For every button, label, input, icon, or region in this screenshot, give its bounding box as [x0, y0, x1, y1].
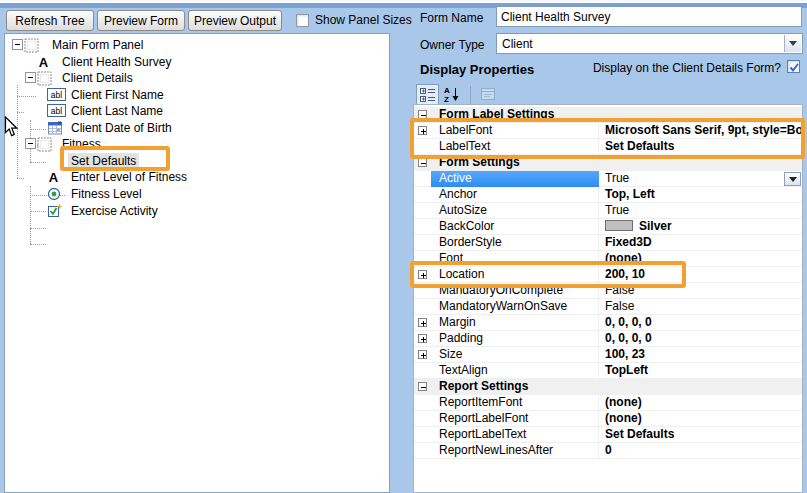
tree-item-exercise-activity[interactable]: Exercise Activity [5, 203, 389, 219]
property-value: Silver [599, 219, 802, 235]
category-row-form-label-settings[interactable]: Form Label Settings [414, 107, 802, 123]
property-value: Fixed3D [599, 235, 802, 251]
property-row-reportitemfont[interactable]: ReportItemFont(none) [414, 395, 802, 411]
property-row-borderstyle[interactable]: BorderStyleFixed3D [414, 235, 802, 251]
property-name: MandatoryWarnOnSave [431, 299, 599, 315]
property-row-textalign[interactable]: TextAlignTopLeft [414, 363, 802, 379]
tree-expand-minus-icon[interactable] [25, 138, 36, 149]
owner-type-select[interactable]: Client [496, 33, 803, 54]
categorized-icon [417, 85, 438, 105]
tree-item-client-first-name[interactable]: ablClient First Name [5, 87, 389, 103]
show-panel-sizes-checkbox[interactable] [296, 14, 309, 27]
tree-item-label: Client Health Survey [62, 54, 171, 70]
tree-item-label: Client Last Name [71, 103, 163, 119]
expand-plus-icon[interactable] [418, 126, 427, 135]
owner-type-value: Client [502, 36, 533, 52]
property-row-reportnewlinesafter[interactable]: ReportNewLinesAfter0 [414, 443, 802, 459]
tree-item-set-defaults[interactable]: Set Defaults [5, 153, 389, 169]
property-value: 0, 0, 0, 0 [599, 331, 802, 347]
label-icon: A [47, 170, 60, 186]
property-value: True [599, 171, 802, 187]
tree-item-client-last-name[interactable]: ablClient Last Name [5, 103, 389, 119]
tree-expand-minus-icon[interactable] [12, 39, 23, 50]
property-row-autosize[interactable]: AutoSizeTrue [414, 203, 802, 219]
form-name-input[interactable] [496, 6, 802, 27]
property-value: (none) [599, 251, 802, 267]
category-row-report-settings[interactable]: Report Settings [414, 379, 802, 395]
property-row-labeltext[interactable]: LabelTextSet Defaults [414, 139, 802, 155]
svg-text:A: A [444, 86, 450, 95]
toolbar-separator [470, 86, 471, 104]
preview-output-button[interactable]: Preview Output [188, 10, 282, 31]
property-row-mandatoryoncomplete[interactable]: MandatoryOnCompleteFalse [414, 283, 802, 299]
form-designer-window: Refresh Tree Preview Form Preview Output… [0, 0, 807, 493]
tree-item-client-health-survey[interactable]: AClient Health Survey [5, 54, 389, 70]
property-name: Anchor [431, 187, 599, 203]
tree-item-label: Fitness Level [71, 186, 142, 202]
property-row-padding[interactable]: Padding0, 0, 0, 0 [414, 331, 802, 347]
property-pages-button [477, 84, 500, 106]
display-on-question-label: Display on the Client Details Form? [500, 61, 781, 75]
tree-connector [30, 244, 46, 245]
property-name: Active [431, 171, 599, 187]
property-value: 100, 23 [599, 347, 802, 363]
property-value: False [599, 299, 802, 315]
tree-expand-minus-icon[interactable] [25, 72, 36, 83]
tree-item-client-details[interactable]: Client Details [5, 70, 389, 86]
property-row-backcolor[interactable]: BackColorSilver [414, 219, 802, 235]
property-value: False [599, 283, 802, 299]
property-name: BackColor [431, 219, 599, 235]
alphabetical-sort-button[interactable]: A Z [441, 84, 464, 106]
form-name-label: Form Name [420, 11, 483, 25]
tree-item-label: Client Details [62, 70, 133, 86]
property-name: MandatoryOnComplete [431, 283, 599, 299]
collapse-minus-icon[interactable] [418, 158, 427, 167]
tree-item-client-date-of-birth[interactable]: Client Date of Birth [5, 120, 389, 136]
property-value: Set Defaults [599, 139, 802, 155]
categorized-view-button[interactable] [416, 84, 439, 106]
property-row-size[interactable]: Size100, 23 [414, 347, 802, 363]
tree-item-label: Main Form Panel [52, 37, 143, 53]
refresh-tree-button[interactable]: Refresh Tree [6, 10, 94, 31]
property-value: (none) [599, 411, 802, 427]
expand-plus-icon[interactable] [418, 334, 427, 343]
tree-item-fitness[interactable]: Fitness [5, 136, 389, 152]
property-pages-icon [477, 84, 498, 104]
property-row-location[interactable]: Location200, 10 [414, 267, 802, 283]
owner-type-dropdown-button[interactable] [784, 35, 801, 52]
tree-item-enter-level-of-fitness[interactable]: AEnter Level of Fitness [5, 169, 389, 185]
property-row-mandatorywarnonsave[interactable]: MandatoryWarnOnSaveFalse [414, 299, 802, 315]
value-dropdown-button[interactable] [784, 172, 801, 186]
collapse-minus-icon[interactable] [418, 110, 427, 119]
expand-plus-icon[interactable] [418, 270, 427, 279]
chevron-down-icon [789, 41, 797, 46]
tree-item-main-form-panel[interactable]: Main Form Panel [5, 37, 389, 53]
property-name: Form Settings [431, 155, 791, 171]
property-row-margin[interactable]: Margin0, 0, 0, 0 [414, 315, 802, 331]
property-name: ReportNewLinesAfter [431, 443, 599, 459]
svg-text:A: A [49, 170, 59, 183]
property-row-reportlabelfont[interactable]: ReportLabelFont(none) [414, 411, 802, 427]
property-row-font[interactable]: Font(none) [414, 251, 802, 267]
check-icon [788, 61, 801, 74]
textbox-icon: abl [47, 88, 66, 104]
expand-plus-icon[interactable] [418, 350, 427, 359]
property-value: 200, 10 [599, 267, 802, 283]
checkbox-icon [47, 204, 62, 221]
property-row-active[interactable]: ActiveTrue [414, 171, 802, 187]
display-on-checkbox[interactable] [787, 60, 800, 73]
preview-form-button[interactable]: Preview Form [97, 10, 185, 31]
category-row-form-settings[interactable]: Form Settings [414, 155, 802, 171]
property-name: ReportLabelText [431, 427, 599, 443]
expand-plus-icon[interactable] [418, 318, 427, 327]
tree-item-fitness-level[interactable]: Fitness Level [5, 186, 389, 202]
form-tree: Main Form PanelAClient Health SurveyClie… [4, 33, 390, 493]
property-row-anchor[interactable]: AnchorTop, Left [414, 187, 802, 203]
tree-item-label: Client Date of Birth [71, 120, 172, 136]
show-panel-sizes-label: Show Panel Sizes [315, 13, 412, 27]
property-row-labelfont[interactable]: LabelFontMicrosoft Sans Serif, 9pt, styl… [414, 123, 802, 139]
label-icon: A [37, 55, 50, 71]
collapse-minus-icon[interactable] [418, 382, 427, 391]
color-swatch [605, 220, 633, 231]
property-row-reportlabeltext[interactable]: ReportLabelTextSet Defaults [414, 427, 802, 443]
